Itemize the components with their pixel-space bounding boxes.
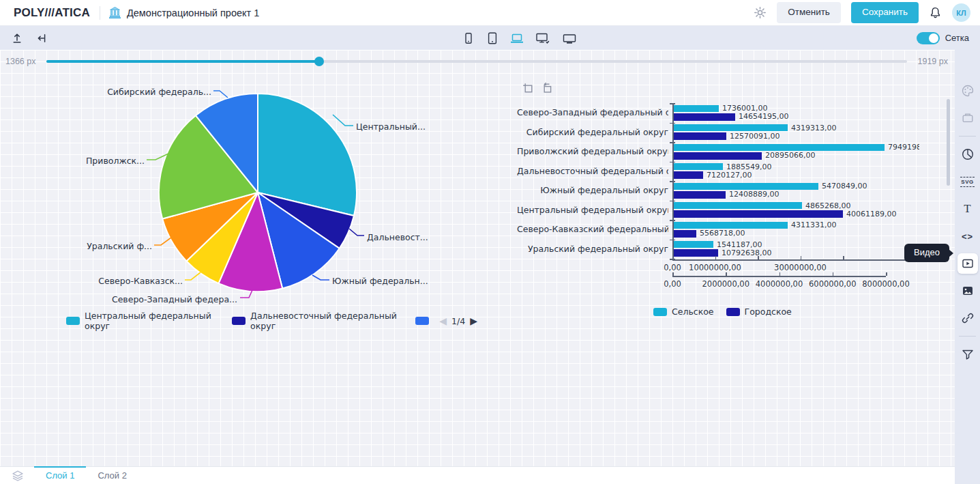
notifications-bell-icon[interactable] <box>929 6 942 19</box>
pie-slice-label: Северо-Кавказск... <box>98 276 183 286</box>
axis-tick <box>843 256 844 259</box>
pie-slice-label: Северо-Западный федера... <box>112 294 237 304</box>
device-phone-icon[interactable] <box>462 31 475 45</box>
axis-tick <box>726 272 727 276</box>
pie-legend-label: Центральный федеральный округ <box>85 311 222 331</box>
axis-line <box>672 259 919 261</box>
save-button[interactable]: Сохранить <box>851 2 919 23</box>
filter-icon-button[interactable] <box>957 344 978 365</box>
bar-y-axis-tick <box>670 201 675 202</box>
device-tv-icon[interactable] <box>561 31 578 45</box>
device-desktop-check-icon[interactable] <box>535 31 551 45</box>
bar-y-axis-tick <box>670 162 675 163</box>
bank-icon <box>108 6 121 19</box>
bar-category-label: Сибирский федеральный округ <box>517 123 668 143</box>
text-icon-button[interactable]: T <box>957 199 978 219</box>
avatar[interactable]: КЛ <box>952 3 970 22</box>
device-toolbar: Сетка <box>0 26 980 50</box>
slider-max-label: 1919 px <box>918 57 948 66</box>
image-icon-button[interactable] <box>957 281 978 301</box>
layer-tab-1[interactable]: Слой 1 <box>34 467 86 484</box>
pie-legend-item[interactable]: Центральный федеральный округ <box>66 311 222 331</box>
pie-slice-label: Сибирский федераль... <box>107 87 211 97</box>
pie-chart-icon-button[interactable] <box>957 144 978 165</box>
canvas-width-slider-row: 1366 px 1919 px <box>0 57 953 66</box>
bar-category-label: Центральный федеральный округ <box>517 201 668 220</box>
bar-chart-widget[interactable]: Северо-Западный федеральный ок...1736001… <box>517 98 919 337</box>
bar-y-axis-tick <box>670 123 675 124</box>
legend-swatch <box>66 317 80 325</box>
sidebar-divider <box>959 136 976 137</box>
cancel-button[interactable]: Отменить <box>777 2 841 23</box>
legend-swatch <box>726 308 740 316</box>
axis-tick-label: 4000000,00 <box>756 279 803 289</box>
project-title: Демонстрационный проект 1 <box>127 8 259 18</box>
pie-label-leader <box>154 238 171 245</box>
bar-legend-label: Сельское <box>672 307 714 317</box>
grid-toggle[interactable] <box>917 32 940 44</box>
device-laptop-icon[interactable] <box>509 31 524 45</box>
bar-y-axis <box>672 103 919 259</box>
pie-slice-label: Дальневост... <box>367 232 428 242</box>
pie-legend-item[interactable]: Дальневосточный федеральный округ <box>232 311 405 331</box>
header-divider <box>100 6 100 20</box>
bar-legend-item[interactable]: Городское <box>726 307 792 317</box>
pie-label-leader <box>185 272 201 280</box>
axis-tick <box>672 272 674 276</box>
width-slider-handle[interactable] <box>314 57 324 66</box>
axis-tick <box>715 256 717 259</box>
pie-label-leader <box>333 115 353 126</box>
legend-next-arrow-icon[interactable]: ▶ <box>470 316 477 326</box>
pie-slice-label: Уральский ф... <box>87 241 152 251</box>
axis-tick-label: 6000000,00 <box>809 279 857 289</box>
slider-min-label: 1366 px <box>5 57 35 66</box>
axis-tick-label: 2000000,00 <box>702 279 749 289</box>
pie-label-leader <box>312 275 329 280</box>
width-slider-track[interactable] <box>46 60 906 63</box>
axis-tick <box>779 272 781 276</box>
layers-icon[interactable] <box>11 467 25 484</box>
upload-icon[interactable] <box>11 32 23 44</box>
video-tooltip-label: Видео <box>914 247 940 257</box>
legend-swatch <box>415 317 429 325</box>
kit-icon-button[interactable] <box>957 108 978 128</box>
settings-gear-icon[interactable] <box>754 6 767 19</box>
svg-icon-button[interactable]: SVG <box>957 171 978 192</box>
palette-icon-button[interactable] <box>957 81 978 101</box>
bar-y-axis-tick <box>670 220 675 221</box>
axis-tick <box>758 256 759 259</box>
canvas: 1366 px 1919 px Центральный...Дальневост… <box>0 50 955 466</box>
legend-swatch <box>653 308 667 316</box>
pie-legend-label: Дальневосточный федеральный округ <box>250 311 405 331</box>
app-header: POLY///ATICA Демонстрационный проект 1 О… <box>0 0 980 26</box>
axis-tick <box>886 272 887 276</box>
collapse-left-icon[interactable] <box>35 32 48 44</box>
layer-tab-2[interactable]: Слой 2 <box>86 467 138 484</box>
right-sidebar: SVG T <> <box>955 50 980 484</box>
bar-top-axis: 0,0010000000,0030000000,00 <box>672 259 919 274</box>
video-icon-button[interactable] <box>957 253 978 274</box>
bar-legend-item[interactable]: Сельское <box>653 307 714 317</box>
device-tablet-icon[interactable] <box>486 31 499 45</box>
pie-slice-label: Центральный... <box>356 122 426 132</box>
video-tooltip: Видео <box>904 244 949 262</box>
rotate-icon[interactable] <box>541 82 553 94</box>
bar-category-label: Приволжский федеральный округ <box>517 142 668 162</box>
legend-pager: ◀1/4▶ <box>439 316 477 326</box>
bar-legend: СельскоеГородское <box>653 307 792 317</box>
axis-line <box>672 276 886 277</box>
pie-legend-item[interactable] <box>415 317 429 325</box>
pie-chart-widget[interactable]: Центральный...Дальневост...Южный федерал… <box>0 50 477 378</box>
bar-category-label: Южный федеральный округ <box>517 181 668 201</box>
bar-legend-label: Городское <box>745 307 792 317</box>
crop-icon[interactable] <box>522 82 534 94</box>
link-icon-button[interactable] <box>957 308 978 328</box>
axis-tick-label: 8000000,00 <box>862 279 910 289</box>
code-icon-button[interactable]: <> <box>957 226 978 246</box>
bar-category-label: Северо-Кавказский федеральный ... <box>517 220 668 240</box>
legend-prev-arrow-icon[interactable]: ◀ <box>439 316 447 326</box>
project-title-group: Демонстрационный проект 1 <box>108 6 259 19</box>
axis-tick-label: 30000000,00 <box>774 263 827 272</box>
bar-y-axis-tick <box>670 142 675 143</box>
canvas-scrollbar[interactable] <box>947 99 950 186</box>
